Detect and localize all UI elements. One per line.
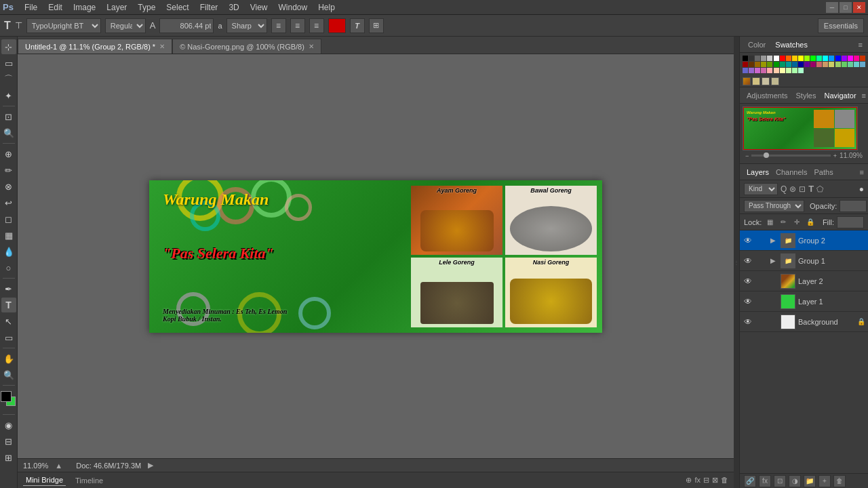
swatch-cell[interactable] [786,62,791,67]
layer-group-btn[interactable]: 📁 [804,475,816,487]
status-zoom-up-icon[interactable]: ▲ [55,462,62,470]
font-style-select[interactable]: Regular [105,18,146,33]
layer-item-layer2[interactable]: 👁 Layer 2 [740,271,868,291]
zoom-tool[interactable]: 🔍 [1,367,16,382]
swatch-cell[interactable] [755,68,760,73]
frame-button[interactable]: ⊞ [1,450,16,465]
character-panel-button[interactable]: ⊞ [369,18,384,33]
swatch-cell[interactable] [749,62,754,67]
swatch-cell[interactable] [786,56,791,61]
color-swatches[interactable] [1,391,17,407]
layer-vis-layer2[interactable]: 👁 [743,276,753,287]
menu-help[interactable]: Help [313,1,340,14]
layer-filter-text-btn[interactable]: T [808,184,814,194]
navigator-zoom-slider[interactable] [751,155,831,157]
align-left-button[interactable]: ≡ [271,18,286,33]
eyedropper-tool[interactable]: 🔍 [1,125,16,140]
font-size-input[interactable]: 806.44 pt [159,18,214,33]
layer-vis-background[interactable]: 👁 [743,317,753,327]
swatch-cell[interactable] [749,56,754,61]
styles-tab[interactable]: Styles [793,90,819,101]
swatch-cell[interactable] [767,62,772,67]
menu-layer[interactable]: Layer [101,1,132,14]
gradient-tool[interactable]: ▦ [1,228,16,243]
swatch-cell[interactable] [780,68,785,73]
layer-filter-vector-btn[interactable]: ⬠ [816,184,823,194]
align-center-button[interactable]: ≡ [290,18,305,33]
foreground-color-swatch[interactable] [1,391,12,402]
swatch-cell[interactable] [810,56,816,61]
tab-untitled-close[interactable]: ✕ [159,43,165,50]
lasso-tool[interactable]: ⌒ [1,72,16,87]
brush-tool[interactable]: ✏ [1,163,16,178]
swatch-cell[interactable] [749,68,754,73]
navigator-zoom-in-icon[interactable]: + [833,152,837,159]
swatch-cell[interactable] [761,68,766,73]
essentials-button[interactable]: Essentials [818,18,864,33]
swatch-cell[interactable] [860,62,865,67]
pen-tool[interactable]: ✒ [1,281,16,296]
swatch-extra-2[interactable] [752,77,760,85]
tab-nasi-goreng[interactable]: © Nasi-Goreng.png @ 100% (RGB/8) ✕ [172,39,321,54]
mini-bridge-icon-4[interactable]: ⊠ [712,476,718,485]
swatch-cell[interactable] [798,56,804,61]
swatch-cell[interactable] [804,56,810,61]
swatch-cell[interactable] [835,56,841,61]
layer-item-layer1[interactable]: 👁 Layer 1 [740,291,868,312]
swatch-cell[interactable] [761,56,766,61]
layer-vis-group2[interactable]: 👁 [743,235,753,246]
blend-mode-select[interactable]: Pass Through [744,200,804,212]
swatch-cell[interactable] [854,62,859,67]
status-zoom[interactable]: 11.09% [23,462,48,470]
layer-delete-btn[interactable]: 🗑 [833,475,846,487]
history-brush-tool[interactable]: ↩ [1,195,16,210]
color-panel-tab[interactable]: Color [745,39,768,50]
swatch-cell[interactable] [761,62,766,67]
layer-expand-layer2[interactable] [768,277,778,286]
tab-nasi-goreng-close[interactable]: ✕ [309,43,314,50]
eraser-tool[interactable]: ◻ [1,211,16,226]
screen-mode-button[interactable]: ⊟ [1,434,16,449]
menu-3d[interactable]: 3D [223,1,244,14]
panel-resize-handle[interactable]: ⋮ [734,37,739,488]
swatch-cell[interactable] [767,68,772,73]
swatch-cell[interactable] [774,56,779,61]
mini-bridge-icon-1[interactable]: ⊕ [686,476,692,485]
magic-wand-tool[interactable]: ✦ [1,88,16,103]
swatch-cell[interactable] [743,62,748,67]
swatches-collapse-btn[interactable]: ≡ [859,41,863,49]
menu-file[interactable]: File [19,1,43,14]
layer-expand-group2[interactable]: ▶ [768,236,778,245]
healing-brush-tool[interactable]: ⊕ [1,146,16,161]
layers-panel-collapse-btn[interactable]: ≡ [860,168,864,176]
menu-filter[interactable]: Filter [195,1,224,14]
mini-bridge-icon-2[interactable]: fx [694,476,701,485]
lock-position-btn[interactable]: ✛ [791,217,802,228]
swatch-cell[interactable] [835,62,841,67]
swatch-cell[interactable] [848,62,853,67]
swatch-cell[interactable] [816,62,822,67]
layer-filter-type-btn[interactable]: Q [781,184,787,194]
layer-item-group1[interactable]: 👁 ▶ 📁 Group 1 [740,251,868,271]
layer-item-group2[interactable]: 👁 ▶ 📁 Group 2 [740,230,868,251]
font-family-select[interactable]: TypoUpright BT [26,18,101,33]
minimize-button[interactable]: ─ [826,2,838,13]
layer-filter-pixel-btn[interactable]: ⊡ [799,184,806,194]
layer-add-btn[interactable]: + [818,475,831,487]
path-selection-tool[interactable]: ↖ [1,314,16,329]
hand-tool[interactable]: ✋ [1,351,16,366]
lock-all-btn[interactable]: 🔒 [805,217,816,228]
swatch-cell[interactable] [798,62,804,67]
layer-vis-group1[interactable]: 👁 [743,256,753,266]
swatch-cell[interactable] [743,56,748,61]
quick-mask-button[interactable]: ◉ [1,418,16,432]
swatch-cell[interactable] [792,56,797,61]
layer-link-layer2[interactable] [756,277,766,286]
swatch-cell[interactable] [780,62,785,67]
swatch-cell[interactable] [823,56,828,61]
opacity-input[interactable]: 100% [840,200,867,212]
layer-link-background[interactable] [756,317,766,327]
lock-transparent-btn[interactable]: ▦ [764,217,775,228]
layer-link-btn[interactable]: 🔗 [744,475,756,487]
swatch-cell[interactable] [774,62,779,67]
